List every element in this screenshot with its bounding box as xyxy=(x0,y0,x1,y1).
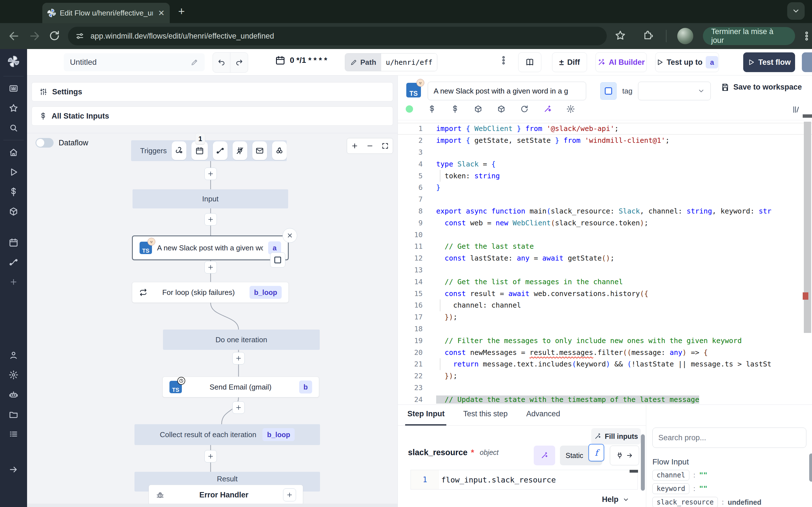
http-route-trigger-icon[interactable] xyxy=(213,142,227,160)
browser-tab[interactable]: Edit Flow u/henri/effective_un ✕ xyxy=(42,3,170,23)
code-line[interactable]: 14 // Get the list of messages in the ch… xyxy=(398,276,812,288)
search-prop-input[interactable]: Search prop... xyxy=(652,428,806,448)
add-resource-icon[interactable] xyxy=(451,105,459,113)
code-line[interactable]: 7 xyxy=(398,193,812,205)
javascript-expression-toggle[interactable]: f xyxy=(589,444,604,461)
sidebar-item-home[interactable] xyxy=(0,143,27,162)
prop-row-channel[interactable]: channel: "" xyxy=(652,470,707,481)
sidebar-item-logs[interactable] xyxy=(0,424,27,444)
code-line[interactable]: 22 }); xyxy=(398,370,812,382)
sidebar-item-variables[interactable] xyxy=(0,182,27,202)
prop-row-slack-resource[interactable]: slack_resource: undefined xyxy=(652,497,761,507)
email-trigger-icon[interactable] xyxy=(252,142,267,160)
add-step-button[interactable] xyxy=(232,401,245,414)
code-line[interactable]: 23 xyxy=(398,382,812,394)
url-bar[interactable]: app.windmill.dev/flows/edit/u/henri/effe… xyxy=(68,27,607,45)
diff-button[interactable]: ± Diff xyxy=(552,52,587,72)
add-error-handler-button[interactable] xyxy=(283,489,296,501)
package-icon[interactable] xyxy=(474,105,483,113)
sidebar-item-add[interactable] xyxy=(0,272,27,292)
do-one-iteration-node[interactable]: Do one iteration xyxy=(163,330,320,350)
websocket-trigger-icon[interactable] xyxy=(233,142,247,160)
test-flow-button[interactable]: Test flow xyxy=(743,52,795,72)
code-line[interactable]: 2import { getState, setState } from 'win… xyxy=(398,135,812,147)
help-button[interactable]: Help xyxy=(602,495,629,504)
code-line[interactable]: 6} xyxy=(398,182,812,193)
send-email-node[interactable]: TS Send Email (gmail) b xyxy=(162,377,319,397)
cache-checkbox[interactable] xyxy=(600,82,617,100)
code-line[interactable]: 4type Slack = { xyxy=(398,158,812,170)
script-settings-gear-icon[interactable] xyxy=(566,105,575,113)
sidebar-item-resources[interactable] xyxy=(0,202,27,221)
editor-scrollbar-thumb[interactable] xyxy=(804,122,811,333)
add-step-button[interactable] xyxy=(204,168,217,180)
code-editor[interactable]: 1import { WebClient } from '@slack/web-a… xyxy=(398,123,812,404)
windmill-logo[interactable] xyxy=(0,49,27,74)
bookmark-star-icon[interactable] xyxy=(615,30,627,42)
step-panel-scrollbar[interactable] xyxy=(641,434,645,491)
undo-button[interactable] xyxy=(213,53,231,72)
sidebar-item-settings[interactable] xyxy=(0,365,27,385)
webhook-trigger-icon[interactable] xyxy=(172,142,186,160)
props-panel-scrollbar[interactable] xyxy=(809,453,812,482)
sidebar-item-runs[interactable] xyxy=(0,162,27,182)
error-handler-node[interactable]: Error Handler xyxy=(149,485,303,505)
code-line[interactable]: 11 // Get the last state xyxy=(398,240,812,252)
new-tab-button[interactable]: + xyxy=(178,5,185,18)
sidebar-item-flows[interactable] xyxy=(0,252,27,272)
forloop-node[interactable]: For loop (skip failures) b_loop xyxy=(132,282,289,303)
add-step-button[interactable] xyxy=(232,352,245,364)
avatar[interactable] xyxy=(677,28,693,44)
collect-result-node[interactable]: Collect result of each iteration b_loop xyxy=(135,424,320,445)
tab-test-this-step[interactable]: Test this step xyxy=(463,409,508,418)
test-up-to-button[interactable]: Test up to a xyxy=(655,52,719,72)
step-a-node[interactable]: TS A new Slack post with a given wor... … xyxy=(132,235,289,260)
sidebar-item-schedules[interactable] xyxy=(0,233,27,252)
update-chrome-button[interactable]: Terminer la mise à jour xyxy=(703,27,795,45)
docs-book-button[interactable] xyxy=(518,52,541,72)
add-step-button[interactable] xyxy=(204,450,217,462)
code-line[interactable]: 21 return message.text.includes(keyword)… xyxy=(398,358,812,370)
add-step-button[interactable] xyxy=(204,261,217,274)
extensions-icon[interactable] xyxy=(643,30,655,42)
expression-scrollbar[interactable] xyxy=(629,470,638,473)
save-to-workspace-button[interactable]: Save to workspace xyxy=(721,83,802,92)
package-icon[interactable] xyxy=(497,105,506,113)
tab-step-input[interactable]: Step Input xyxy=(407,409,445,418)
edit-title-pencil-icon[interactable] xyxy=(191,58,199,66)
code-line[interactable]: 1import { WebClient } from '@slack/web-a… xyxy=(398,123,812,135)
code-line[interactable]: 18 xyxy=(398,323,812,335)
remove-step-button[interactable] xyxy=(283,228,297,243)
sidebar-item-favorites[interactable] xyxy=(0,98,27,118)
reload-icon[interactable] xyxy=(49,30,61,42)
connect-input-button[interactable] xyxy=(610,446,639,465)
triggers-bar[interactable]: Triggers 1 xyxy=(131,140,287,161)
code-line[interactable]: 10 xyxy=(398,229,812,240)
code-line[interactable]: 9 const web = new WebClient(slack_resour… xyxy=(398,217,812,229)
draft-button[interactable]: Draft xyxy=(802,52,812,72)
add-variable-icon[interactable] xyxy=(428,105,436,113)
chrome-menu-icon[interactable] xyxy=(801,31,812,41)
code-line[interactable]: 13 xyxy=(398,264,812,276)
expression-editor[interactable]: 1 flow_input.slack_resource xyxy=(410,470,638,490)
code-line[interactable]: 5 token: string xyxy=(398,170,812,182)
forward-icon[interactable] xyxy=(28,30,41,42)
step-summary-input[interactable]: A new Slack post with a given word in a … xyxy=(428,82,586,100)
library-icon[interactable] xyxy=(792,105,801,114)
code-line[interactable]: 16 channel: channel xyxy=(398,299,812,311)
back-icon[interactable] xyxy=(8,30,20,42)
more-options-kebab-icon[interactable] xyxy=(499,55,509,65)
ai-wand-icon[interactable] xyxy=(543,105,552,113)
code-line[interactable]: 3 xyxy=(398,147,812,158)
code-line[interactable]: 12 const lastState: any = await getState… xyxy=(398,252,812,264)
flow-title-field[interactable]: Untitled xyxy=(64,53,205,71)
tab-advanced[interactable]: Advanced xyxy=(526,409,560,418)
code-line[interactable]: 19 // Filter the messages to only includ… xyxy=(398,335,812,346)
add-step-button[interactable] xyxy=(204,213,217,226)
sidebar-item-folders[interactable] xyxy=(0,404,27,424)
tab-close-icon[interactable]: ✕ xyxy=(158,8,165,18)
early-stop-square-icon[interactable] xyxy=(270,252,285,268)
code-line[interactable]: 17 }); xyxy=(398,311,812,323)
sidebar-item-search[interactable] xyxy=(0,118,27,138)
prop-row-keyword[interactable]: keyword: "" xyxy=(652,483,707,494)
